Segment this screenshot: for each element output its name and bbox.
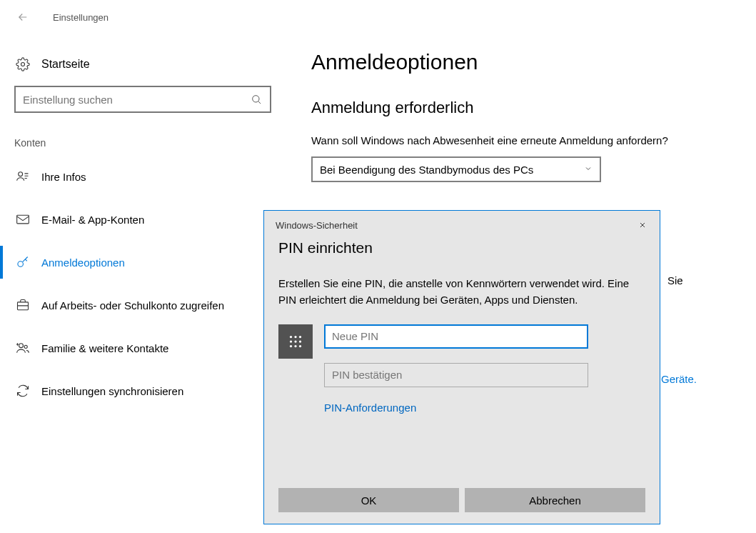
- svg-point-15: [294, 344, 296, 347]
- ok-button[interactable]: OK: [278, 488, 459, 512]
- dialog-description: Erstellen Sie eine PIN, die anstelle von…: [278, 275, 645, 309]
- signin-prompt: Wann soll Windows nach Abwesenheit eine …: [311, 134, 749, 146]
- svg-point-13: [299, 340, 301, 342]
- svg-point-16: [299, 344, 301, 347]
- sidebar-item-label: Einstellungen synchronisieren: [41, 385, 183, 397]
- sidebar-item-work-school[interactable]: Auf Arbeits- oder Schulkonto zugreifen: [14, 289, 271, 322]
- confirm-pin-input[interactable]: [324, 363, 588, 387]
- dropdown-value: Bei Beendigung des Standbymodus des PCs: [320, 164, 533, 176]
- svg-point-11: [290, 340, 292, 342]
- svg-point-2: [19, 172, 23, 176]
- home-link[interactable]: Startseite: [14, 56, 271, 73]
- sidebar-item-label: Anmeldeoptionen: [41, 256, 125, 269]
- back-button[interactable]: [14, 9, 31, 26]
- svg-point-8: [290, 335, 292, 337]
- home-label: Startseite: [41, 58, 90, 71]
- new-pin-input[interactable]: [324, 324, 588, 349]
- signin-required-dropdown[interactable]: Bei Beendigung des Standbymodus des PCs: [311, 156, 601, 182]
- sidebar-section-header: Konten: [14, 137, 271, 149]
- obscured-text: Sie: [667, 274, 683, 287]
- window-title: Einstellungen: [53, 12, 109, 23]
- sidebar-item-family[interactable]: Familie & weitere Kontakte: [14, 332, 271, 364]
- sidebar-item-label: Auf Arbeits- oder Schulkonto zugreifen: [41, 299, 224, 312]
- svg-point-1: [253, 96, 259, 102]
- sidebar-item-label: Ihre Infos: [41, 171, 86, 183]
- pin-setup-dialog: Windows-Sicherheit PIN einrichten Erstel…: [263, 210, 660, 524]
- cancel-button[interactable]: Abbrechen: [465, 488, 645, 512]
- sidebar-item-your-info[interactable]: Ihre Infos: [14, 160, 271, 193]
- svg-point-10: [299, 335, 301, 337]
- people-icon: [14, 339, 31, 357]
- sidebar: Startseite Konten Ihre Infos E-Mail- & A…: [0, 34, 271, 417]
- search-icon: [250, 93, 263, 106]
- chevron-down-icon: [584, 164, 593, 175]
- briefcase-icon: [14, 297, 31, 314]
- search-box[interactable]: [14, 86, 271, 113]
- sidebar-item-signin-options[interactable]: Anmeldeoptionen: [14, 246, 271, 279]
- svg-point-6: [19, 344, 24, 348]
- obscured-link-text[interactable]: Geräte.: [661, 373, 697, 385]
- dialog-title: PIN einrichten: [278, 239, 645, 256]
- svg-point-12: [294, 340, 296, 342]
- window-header: Einstellungen: [0, 0, 756, 34]
- svg-point-9: [294, 335, 296, 337]
- person-card-icon: [14, 168, 31, 185]
- search-input[interactable]: [23, 94, 250, 106]
- svg-rect-3: [17, 215, 29, 224]
- pin-requirements-link[interactable]: PIN-Anforderungen: [324, 402, 645, 414]
- key-icon: [14, 254, 31, 271]
- svg-point-7: [24, 345, 27, 348]
- svg-point-4: [18, 261, 24, 267]
- sidebar-item-sync[interactable]: Einstellungen synchronisieren: [14, 374, 271, 407]
- dialog-small-title: Windows-Sicherheit: [276, 220, 358, 231]
- page-title: Anmeldeoptionen: [311, 50, 749, 74]
- sidebar-item-label: Familie & weitere Kontakte: [41, 342, 168, 354]
- section-title: Anmeldung erforderlich: [311, 99, 749, 117]
- svg-point-14: [290, 344, 292, 347]
- sidebar-item-email-accounts[interactable]: E-Mail- & App-Konten: [14, 203, 271, 236]
- svg-point-0: [21, 63, 25, 66]
- sync-icon: [14, 382, 31, 399]
- keypad-icon: [278, 324, 313, 359]
- close-button[interactable]: [635, 218, 650, 232]
- mail-icon: [14, 211, 31, 228]
- gear-icon: [14, 56, 31, 73]
- sidebar-item-label: E-Mail- & App-Konten: [41, 214, 144, 226]
